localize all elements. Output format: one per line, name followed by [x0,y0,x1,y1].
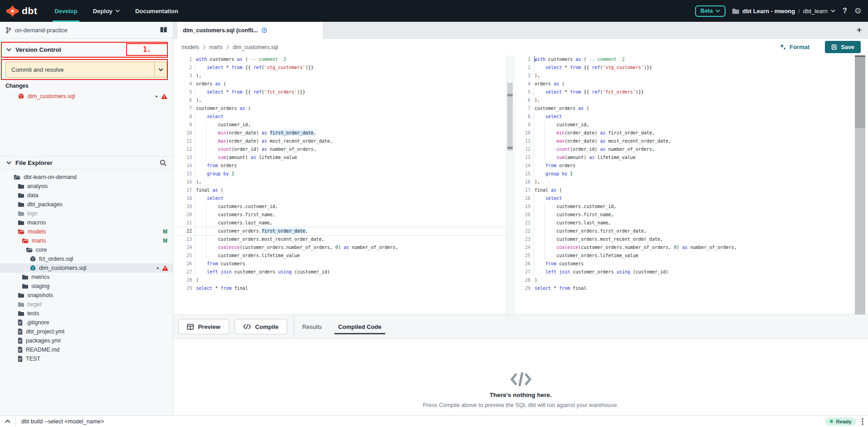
file-tree-item-test[interactable]: TEST [0,354,173,363]
beta-dropdown[interactable]: Beta [695,5,726,17]
indent-guide [206,235,206,243]
file-tree-item-data[interactable]: data [0,191,173,200]
commit-and-resolve-button[interactable]: Commit and resolve [6,62,154,77]
code-pane-left[interactable]: 1with customers as ( -- comment 22 selec… [177,55,506,314]
chevron-right-icon [203,45,206,50]
folder-icon [18,211,24,216]
line-number: 17 [519,186,530,194]
file-tree-item-dim-customers-sql[interactable]: dim_customers.sql• [0,263,173,273]
nav-documentation[interactable]: Documentation [133,0,180,22]
file-tree-item-marts[interactable]: martsM [0,236,173,245]
file-tree-item-readme-md[interactable]: README.md [0,345,173,354]
status-badge[interactable]: Ready [825,417,856,426]
file-tree-item-gitignore[interactable]: .gitignore [0,318,173,327]
code-line-29: 29select * from final [177,284,506,293]
divider [15,416,16,427]
indent-guide [195,170,196,178]
breadcrumb-file[interactable]: dim_customers.sql [233,44,278,50]
nav-deploy[interactable]: Deploy [91,0,122,22]
collapse-panel-button[interactable] [0,420,15,423]
tab-dim-customers[interactable]: dim_customers.sql (confli... [177,22,324,39]
breadcrumb-models[interactable]: models [181,44,199,50]
line-number: 2 [519,64,530,72]
git-branch-selector[interactable]: on-demand-practice [0,22,173,39]
settings-gear-icon[interactable]: ⚙ [854,7,862,15]
compile-button[interactable]: Compile [235,319,287,334]
command-input[interactable]: dbt build --select <model_name> [21,418,825,425]
file-name: models [28,228,46,235]
tab-compiled-code[interactable]: Compiled Code [330,315,389,338]
code-line-17: 17final as ( [516,186,855,194]
indent-guide [195,194,196,203]
file-tree-item-dbt-project-yml[interactable]: dbt_project.yml [0,327,173,336]
account-project-selector[interactable]: dbt Learn - mwong / dbt_learn [732,8,835,15]
indent-guide [544,227,545,235]
line-number: 8 [180,113,192,121]
file-tree-item-packages-yml[interactable]: packages.yml [0,336,173,345]
nav-develop[interactable]: Develop [53,0,79,22]
scrollbar-thumb[interactable] [855,55,865,128]
code-text: customer_orders as ( [196,104,250,113]
right-pane-scrollbar[interactable] [855,55,865,314]
breadcrumb-marts[interactable]: marts [209,44,223,50]
file-tree-item-logs[interactable]: logs [0,209,173,218]
line-number: 29 [180,284,192,293]
code-line-11: 11 max(order_date) as most_recent_order_… [516,137,855,145]
file-tree-item-core[interactable]: core [0,245,173,254]
file-tree-item-models[interactable]: modelsM [0,227,173,236]
code-text: coalesce(customer_orders.number_of_order… [196,243,398,252]
kebab-menu-icon[interactable] [862,418,863,425]
code-line-21: 21 customers.last_name, [516,219,855,227]
new-tab-button[interactable]: + [857,25,862,35]
file-tree-item-target[interactable]: target [0,300,173,309]
line-number: 18 [519,194,530,203]
line-number: 22 [519,227,530,235]
file-icon [18,319,23,326]
save-button[interactable]: Save [825,41,861,53]
file-tree-item-fct-orders-sql[interactable]: fct_orders.sql [0,254,173,263]
search-icon[interactable] [160,159,167,166]
sidebar: on-demand-practice 1. Version Control Co… [0,22,173,415]
line-number: 7 [519,104,530,113]
left-pane-scrollbar[interactable] [506,55,514,314]
file-tree-item-tests[interactable]: tests [0,309,173,318]
floppy-disk-icon [831,44,837,50]
modified-dot: • [155,93,157,100]
code-pane-right[interactable]: 1with customers as ( -- comment 22 selec… [515,55,855,314]
scrollbar-thumb[interactable] [507,83,513,151]
code-text: orders as ( [535,80,564,88]
file-tree-item-analysis[interactable]: analysis [0,182,173,191]
format-button[interactable]: Format [780,44,809,50]
line-number: 15 [180,170,192,178]
folder-icon [18,293,24,298]
file-icon [18,328,23,335]
tab-results[interactable]: Results [294,315,330,338]
indent-guide [534,129,534,137]
changed-file-dim-customers-sql[interactable]: dim_customers.sql• [0,91,173,102]
docs-book-icon[interactable] [160,27,167,33]
file-tree-item-dbt-learn-on-demand[interactable]: dbt-learn-on-demand [0,173,173,182]
conflict-warning-icon [162,265,168,271]
commit-options-caret[interactable] [154,62,167,77]
file-tree-item-metrics[interactable]: metrics [0,273,173,282]
file-tree-item-staging[interactable]: staging [0,282,173,291]
dbt-logo-icon [6,5,19,17]
code-line-25: 25 customer_orders.lifetime_value [516,252,855,260]
code-text: select * from {{ ref('fct_orders')}} [535,88,644,96]
help-button[interactable]: ? [842,7,848,15]
indent-guide [206,227,206,235]
file-explorer-section-header[interactable]: File Explorer [0,156,173,169]
file-tree-item-macros[interactable]: macros [0,218,173,227]
file-tree-item-dbt-packages[interactable]: dbt_packages [0,200,173,209]
file-tree-item-snapshots[interactable]: snapshots [0,291,173,300]
branch-name: on-demand-practice [15,27,68,34]
line-number: 24 [519,243,530,252]
code-line-26: 26 from customers [516,260,855,268]
line-number: 27 [519,268,530,276]
line-number: 28 [180,276,192,284]
preview-button[interactable]: Preview [178,319,229,334]
line-number: 25 [180,252,192,260]
indent-guide [206,137,206,145]
indent-guide [195,64,196,72]
indent-guide [195,260,196,268]
